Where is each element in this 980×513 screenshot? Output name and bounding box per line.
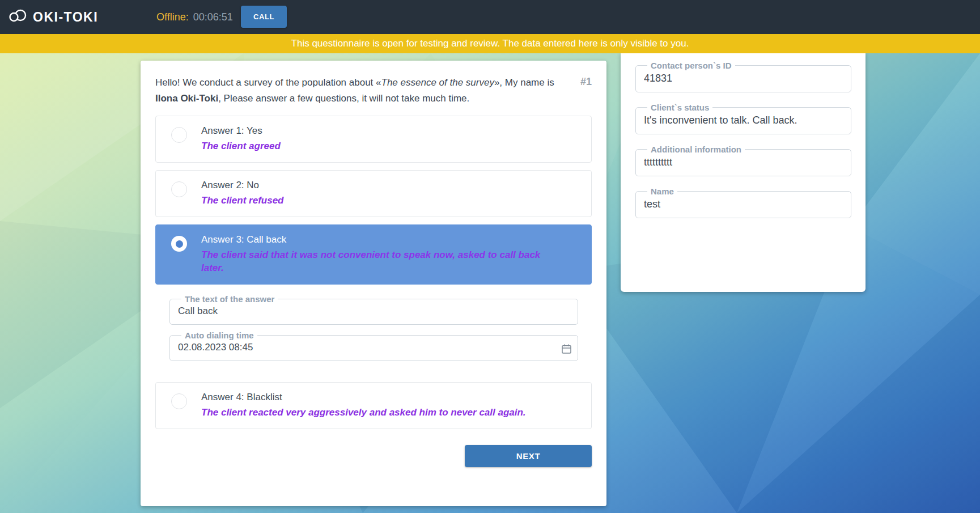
contact-id-label: Contact person`s ID [647, 61, 735, 70]
answer-option-1[interactable]: Answer 1: Yes The client agreed [155, 116, 592, 163]
radio-unchecked-icon[interactable] [171, 181, 187, 197]
app-title: OKI-TOKI [33, 10, 98, 25]
answer-text-label: The text of the answer [181, 294, 278, 304]
answer-description: The client agreed [201, 139, 281, 152]
answer-content: Answer 4: Blacklist The client reacted v… [201, 392, 526, 419]
cloud-icon [8, 9, 27, 26]
survey-intro-text: Hello! We conduct a survey of the popula… [155, 75, 592, 107]
app-logo: OKI-TOKI [8, 0, 98, 34]
additional-info-input[interactable] [644, 155, 843, 168]
client-status-label: Client`s status [647, 103, 712, 112]
auto-dialing-input[interactable] [178, 341, 570, 353]
auto-dialing-field: Auto dialing time [169, 330, 578, 361]
additional-info-label: Additional information [647, 145, 745, 154]
client-info-panel: Contact person`s ID Client`s status Addi… [621, 53, 866, 292]
agent-status: Offline: 00:06:51 [156, 0, 233, 34]
status-timer: 00:06:51 [193, 11, 233, 23]
answer-content: Answer 2: No The client refused [201, 180, 283, 207]
topbar: OKI-TOKI Offline: 00:06:51 CALL [0, 0, 980, 34]
name-input[interactable] [644, 197, 843, 210]
name-field: Name [635, 186, 851, 218]
answer-description: The client reacted very aggressively and… [201, 406, 526, 419]
survey-card: #1 Hello! We conduct a survey of the pop… [141, 61, 606, 506]
next-button[interactable]: NEXT [465, 445, 592, 467]
additional-info-field: Additional information [635, 145, 851, 176]
answer-option-2[interactable]: Answer 2: No The client refused [155, 170, 592, 217]
answer-content: Answer 1: Yes The client agreed [201, 125, 281, 152]
answer-option-3-selected[interactable]: Answer 3: Call back The client said that… [155, 224, 592, 285]
contact-id-input[interactable] [644, 71, 843, 84]
contact-id-field: Contact person`s ID [635, 61, 851, 92]
answer-text-input[interactable] [178, 304, 570, 317]
calendar-icon[interactable] [561, 344, 572, 354]
answer-title: Answer 1: Yes [201, 125, 281, 137]
name-label: Name [647, 186, 677, 196]
answer-title: Answer 2: No [201, 180, 283, 191]
answer-description: The client refused [201, 194, 283, 207]
question-number: #1 [580, 76, 592, 88]
status-label: Offline: [156, 11, 189, 23]
answer-text-field: The text of the answer [169, 294, 578, 325]
radio-checked-icon[interactable] [171, 236, 187, 252]
banner-text: This questionnaire is open for testing a… [291, 38, 689, 49]
answer-title: Answer 4: Blacklist [201, 392, 526, 403]
radio-unchecked-icon[interactable] [171, 127, 187, 143]
selected-answer-fields: The text of the answer Auto dialing time [169, 294, 578, 361]
answer-description: The client said that it was not convenie… [201, 248, 553, 274]
client-status-field: Client`s status [635, 103, 851, 134]
testing-notice-banner: This questionnaire is open for testing a… [0, 34, 980, 53]
client-status-input[interactable] [644, 113, 843, 126]
call-button[interactable]: CALL [241, 6, 287, 28]
answer-title: Answer 3: Call back [201, 234, 553, 245]
auto-dialing-label: Auto dialing time [181, 330, 257, 340]
answer-content: Answer 3: Call back The client said that… [201, 234, 553, 274]
radio-unchecked-icon[interactable] [171, 393, 187, 409]
answer-option-4[interactable]: Answer 4: Blacklist The client reacted v… [155, 382, 592, 429]
